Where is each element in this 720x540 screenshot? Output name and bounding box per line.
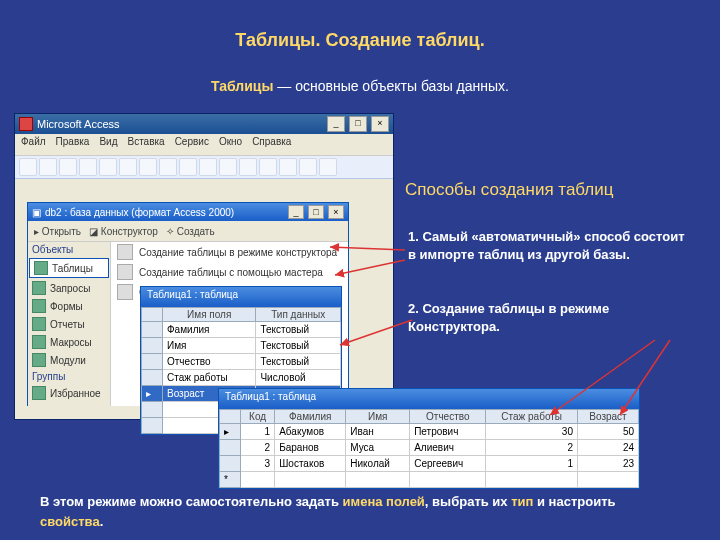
tool-icon[interactable] <box>319 158 337 176</box>
sidebar-item-tables[interactable]: Таблицы <box>29 258 109 278</box>
sidebar-item-queries[interactable]: Запросы <box>28 279 110 297</box>
minimize-icon[interactable]: _ <box>327 116 345 132</box>
datasheet-grid[interactable]: КодФамилияИмяОтчествоСтаж работыВозраст … <box>219 409 639 488</box>
sidebar-item-modules[interactable]: Модули <box>28 351 110 369</box>
sidebar-group: Объекты <box>28 242 110 257</box>
maximize-icon[interactable]: □ <box>349 116 367 132</box>
queries-icon <box>32 281 46 295</box>
wizard-icon <box>117 244 133 260</box>
db-tool-design[interactable]: ◪ Конструктор <box>89 226 158 237</box>
db-tool-new[interactable]: ✧ Создать <box>166 226 215 237</box>
app-titlebar[interactable]: Microsoft Access _ □ × <box>15 114 393 134</box>
db-toolbar[interactable]: ▸ Открыть ◪ Конструктор ✧ Создать <box>28 221 348 242</box>
db-title: db2 : база данных (формат Access 2000) <box>45 207 234 218</box>
menu-item[interactable]: Файл <box>21 136 46 153</box>
modules-icon <box>32 353 46 367</box>
toolbar[interactable] <box>15 156 393 179</box>
access-icon <box>19 117 33 131</box>
tool-icon[interactable] <box>299 158 317 176</box>
method-1: 1. Самый «автоматичный» способ состоит в… <box>408 228 690 263</box>
menu-item[interactable]: Правка <box>56 136 90 153</box>
datasheet-window: Таблица1 : таблица КодФамилияИмяОтчество… <box>218 388 640 489</box>
table-row: 3ШостаковНиколайСергеевич123 <box>220 456 639 472</box>
app-title: Microsoft Access <box>37 118 120 130</box>
db-tool-open[interactable]: ▸ Открыть <box>34 226 81 237</box>
slide-subtitle: Таблицы — основные объекты базы данных. <box>0 78 720 94</box>
table-row: * <box>220 472 639 488</box>
reports-icon <box>32 317 46 331</box>
sidebar-group: Группы <box>28 369 110 384</box>
sidebar-item-favorites[interactable]: Избранное <box>28 384 110 402</box>
tool-icon[interactable] <box>219 158 237 176</box>
wizard-icon <box>117 284 133 300</box>
fav-icon <box>32 386 46 400</box>
sidebar-item-forms[interactable]: Формы <box>28 297 110 315</box>
macros-icon <box>32 335 46 349</box>
table-row: ▸1АбакумовИванПетрович3050 <box>220 424 639 440</box>
menu-item[interactable]: Окно <box>219 136 242 153</box>
minimize-icon[interactable]: _ <box>288 205 304 219</box>
db-titlebar[interactable]: ▣ db2 : база данных (формат Access 2000)… <box>28 203 348 221</box>
design-title[interactable]: Таблица1 : таблица <box>141 287 341 307</box>
close-icon[interactable]: × <box>371 116 389 132</box>
sidebar-item-reports[interactable]: Отчеты <box>28 315 110 333</box>
tables-icon <box>34 261 48 275</box>
datasheet-title[interactable]: Таблица1 : таблица <box>219 389 639 409</box>
tool-icon[interactable] <box>119 158 137 176</box>
create-wizard[interactable]: Создание таблицы с помощью мастера <box>111 262 348 282</box>
menubar[interactable]: Файл Правка Вид Вставка Сервис Окно Спра… <box>15 134 393 156</box>
subtitle-highlight: Таблицы <box>211 78 273 94</box>
tool-icon[interactable] <box>59 158 77 176</box>
tool-icon[interactable] <box>39 158 57 176</box>
tool-icon[interactable] <box>199 158 217 176</box>
menu-item[interactable]: Сервис <box>175 136 209 153</box>
tool-icon[interactable] <box>159 158 177 176</box>
tool-icon[interactable] <box>279 158 297 176</box>
slide-title: Таблицы. Создание таблиц. <box>0 30 720 51</box>
method-2: 2. Создание таблицы в режиме Конструктор… <box>408 300 690 335</box>
forms-icon <box>32 299 46 313</box>
menu-item[interactable]: Справка <box>252 136 291 153</box>
sidebar-item-macros[interactable]: Макросы <box>28 333 110 351</box>
table-row: Стаж работыЧисловой <box>142 370 341 386</box>
table-row: ФамилияТекстовый <box>142 322 341 338</box>
table-row: 2БарановМусаАлиевич224 <box>220 440 639 456</box>
menu-item[interactable]: Вставка <box>127 136 164 153</box>
tool-icon[interactable] <box>19 158 37 176</box>
wizard-icon <box>117 264 133 280</box>
tool-icon[interactable] <box>179 158 197 176</box>
tool-icon[interactable] <box>259 158 277 176</box>
menu-item[interactable]: Вид <box>99 136 117 153</box>
close-icon[interactable]: × <box>328 205 344 219</box>
tool-icon[interactable] <box>99 158 117 176</box>
create-designer[interactable]: Создание таблицы в режиме конструктора <box>111 242 348 262</box>
bottom-text: В этом режиме можно самостоятельно задат… <box>40 492 680 531</box>
tool-icon[interactable] <box>139 158 157 176</box>
tool-icon[interactable] <box>239 158 257 176</box>
methods-heading: Способы создания таблиц <box>405 180 614 200</box>
subtitle-rest: — основные объекты базы данных. <box>273 78 509 94</box>
db-icon: ▣ <box>32 207 41 218</box>
db-sidebar: Объекты Таблицы Запросы Формы Отчеты Мак… <box>28 242 111 406</box>
maximize-icon[interactable]: □ <box>308 205 324 219</box>
table-row: ИмяТекстовый <box>142 338 341 354</box>
table-row: ОтчествоТекстовый <box>142 354 341 370</box>
tool-icon[interactable] <box>79 158 97 176</box>
